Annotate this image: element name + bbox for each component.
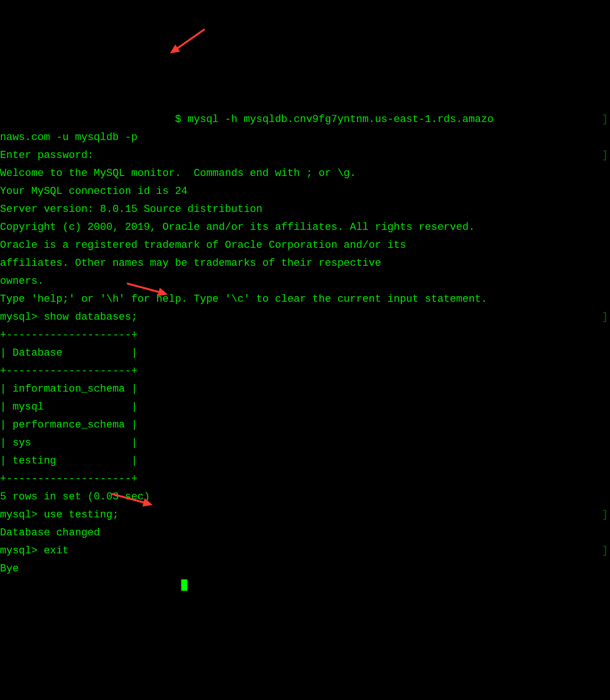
cursor (181, 579, 187, 591)
svg-line-0 (176, 30, 204, 49)
terminal-line: +--------------------+ (0, 470, 610, 488)
svg-marker-1 (168, 44, 180, 57)
right-bracket: ] (602, 506, 608, 524)
terminal-line: mysql> show databases;] (0, 308, 610, 326)
terminal-line: | testing | (0, 452, 610, 470)
terminal-line: Welcome to the MySQL monitor. Commands e… (0, 165, 610, 183)
right-bracket: ] (602, 111, 608, 129)
terminal-line: Database changed (0, 524, 610, 542)
terminal-line: | performance_schema | (0, 416, 610, 434)
terminal-line: mysql> exit] (0, 542, 610, 560)
terminal-line: affiliates. Other names may be trademark… (0, 254, 610, 272)
terminal-line: Your MySQL connection id is 24 (0, 183, 610, 201)
arrow-1-icon (166, 24, 212, 64)
terminal-line: Copyright (c) 2000, 2019, Oracle and/or … (0, 219, 610, 236)
terminal-line: mysql> use testing;] (0, 506, 610, 524)
terminal-line: +--------------------+ (0, 326, 610, 344)
terminal-line: | Database | (0, 344, 610, 362)
terminal-line: Oracle is a registered trademark of Orac… (0, 236, 610, 254)
terminal-line: | mysql | (0, 398, 610, 416)
right-bracket: ] (602, 147, 608, 165)
terminal-line: | information_schema | (0, 380, 610, 398)
terminal-line: Server version: 8.0.15 Source distributi… (0, 201, 610, 219)
cursor-line (0, 578, 610, 596)
terminal-line: Bye (0, 560, 610, 578)
terminal-line: $ mysql -h mysqldb.cnv9fg7yntnm.us-east-… (0, 111, 610, 129)
terminal-line: Type 'help;' or '\h' for help. Type '\c'… (0, 290, 610, 308)
right-bracket: ] (602, 542, 608, 560)
terminal-line: Enter password:] (0, 147, 610, 165)
right-bracket: ] (602, 308, 608, 326)
terminal-line: naws.com -u mysqldb -p (0, 129, 610, 147)
terminal-line: +--------------------+ (0, 362, 610, 380)
terminal[interactable]: $ mysql -h mysqldb.cnv9fg7yntnm.us-east-… (0, 90, 610, 596)
terminal-line: | sys | (0, 434, 610, 452)
terminal-line: owners. (0, 272, 610, 290)
terminal-line: 5 rows in set (0.03 sec) (0, 488, 610, 506)
